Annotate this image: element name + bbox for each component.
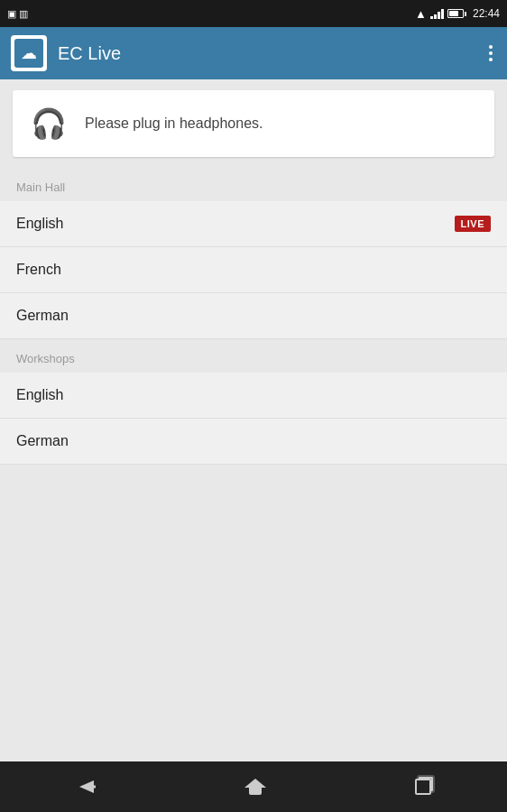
battery-icon <box>447 9 466 18</box>
list-item-main-hall-english[interactable]: English LIVE <box>0 201 507 247</box>
status-bar-right: ▲ 22:44 <box>415 7 500 21</box>
dot2 <box>489 51 493 55</box>
live-badge: LIVE <box>455 216 491 232</box>
list-item-workshops-english[interactable]: English <box>0 373 507 419</box>
back-icon <box>76 780 96 793</box>
list-item-label: English <box>16 387 63 403</box>
wifi-icon: ▲ <box>415 7 427 21</box>
app-icon: ☁ <box>11 35 47 71</box>
app-logo-icon: ☁ <box>21 43 37 63</box>
list-item-label: German <box>16 308 69 324</box>
home-button[interactable] <box>219 770 291 804</box>
main-content: 🎧 Please plug in headphones. Main Hall E… <box>0 79 507 761</box>
status-bar-left: ▣ ▥ <box>7 8 28 20</box>
app-title: EC Live <box>58 43 485 64</box>
app-bar: ☁ EC Live <box>0 27 507 79</box>
home-icon <box>246 779 264 795</box>
section-header-main-hall: Main Hall <box>0 168 507 201</box>
nav-bar <box>0 761 507 812</box>
list-item-main-hall-french[interactable]: French <box>0 247 507 293</box>
list-item-label: German <box>16 433 69 449</box>
list-item-main-hall-german[interactable]: German <box>0 293 507 339</box>
headphones-message: Please plug in headphones. <box>85 115 263 132</box>
status-time: 22:44 <box>473 7 500 20</box>
overflow-menu-button[interactable] <box>485 42 496 65</box>
back-button[interactable] <box>49 771 123 802</box>
status-bar: ▣ ▥ ▲ 22:44 <box>0 0 507 27</box>
section-workshops: Workshops English German <box>0 339 507 465</box>
section-header-workshops: Workshops <box>0 339 507 373</box>
notification-icons: ▣ ▥ <box>7 8 28 20</box>
headphones-banner: 🎧 Please plug in headphones. <box>13 90 494 157</box>
headphones-icon: 🎧 <box>31 106 67 141</box>
signal-icon <box>430 8 444 19</box>
recents-button[interactable] <box>388 770 458 804</box>
section-main-hall: Main Hall English LIVE French German <box>0 168 507 339</box>
recents-icon <box>415 779 431 795</box>
list-item-label: French <box>16 262 61 278</box>
list-item-label: English <box>16 216 63 232</box>
dot3 <box>489 58 493 61</box>
dot1 <box>489 45 493 49</box>
list-item-workshops-german[interactable]: German <box>0 419 507 465</box>
